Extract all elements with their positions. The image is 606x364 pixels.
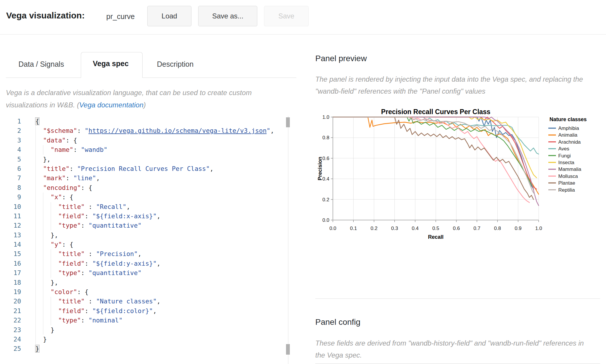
code-text: "field": "${field:color}", bbox=[35, 306, 157, 316]
code-line[interactable]: 13 }, bbox=[0, 231, 290, 240]
line-number: 3 bbox=[0, 136, 21, 145]
code-text: "title" : "Nature classes", bbox=[35, 297, 160, 306]
line-number: 17 bbox=[0, 268, 21, 278]
line-number: 2 bbox=[0, 126, 21, 135]
x-tick-label: 0.7 bbox=[473, 226, 480, 231]
y-tick-label: 1.0 bbox=[322, 114, 329, 120]
y-axis-title: Precision bbox=[317, 157, 323, 180]
code-text: }, bbox=[35, 155, 51, 164]
tab-description[interactable]: Description bbox=[157, 60, 194, 68]
save-as-button[interactable]: Save as... bbox=[198, 6, 257, 26]
series-line-insecta bbox=[333, 117, 537, 178]
code-line[interactable]: 12 "type": "quantitative" bbox=[0, 221, 290, 230]
line-number: 14 bbox=[0, 240, 21, 249]
x-axis-title: Recall bbox=[428, 234, 444, 240]
line-number: 12 bbox=[0, 221, 21, 230]
panel-config-divider bbox=[315, 363, 600, 364]
code-line[interactable]: 19 "color": { bbox=[0, 287, 290, 297]
y-tick-label: 0.6 bbox=[322, 156, 329, 161]
code-text: "title" : "Recall", bbox=[35, 202, 130, 212]
line-number: 7 bbox=[0, 174, 21, 183]
code-text: "type": "quantitative" bbox=[35, 268, 141, 278]
code-text: "x": { bbox=[35, 193, 73, 202]
line-number: 25 bbox=[0, 344, 21, 353]
vega-documentation-link[interactable]: Vega documentation bbox=[79, 101, 143, 109]
line-number: 23 bbox=[0, 325, 21, 335]
intro-text-after: ) bbox=[143, 101, 146, 109]
code-text: "title": "Precision Recall Curves Per Cl… bbox=[35, 164, 213, 174]
x-tick-label: 0.4 bbox=[412, 226, 419, 231]
code-line[interactable]: 6 "title": "Precision Recall Curves Per … bbox=[0, 164, 290, 174]
code-line[interactable]: 24 } bbox=[0, 335, 290, 344]
y-tick-label: 0.8 bbox=[322, 135, 329, 140]
code-text: { bbox=[35, 117, 39, 126]
code-text: "$schema": "https://vega.github.io/schem… bbox=[35, 126, 274, 135]
code-line[interactable]: 22 "type": "nominal" bbox=[0, 316, 290, 325]
line-number: 22 bbox=[0, 316, 21, 325]
code-line[interactable]: 11 "field": "${field:x-axis}", bbox=[0, 212, 290, 221]
y-tick-label: 0.4 bbox=[322, 176, 329, 182]
code-text: "field": "${field:x-axis}", bbox=[35, 212, 160, 221]
line-number: 4 bbox=[0, 145, 21, 154]
panel-config-description: These fields are derived from "wandb-his… bbox=[315, 337, 588, 361]
line-number: 1 bbox=[0, 117, 21, 126]
header-divider bbox=[0, 34, 606, 35]
line-number: 20 bbox=[0, 297, 21, 306]
code-line[interactable]: 10 "title" : "Recall", bbox=[0, 202, 290, 212]
code-line[interactable]: 17 "type": "quantitative" bbox=[0, 268, 290, 278]
line-number: 18 bbox=[0, 278, 21, 287]
x-tick-label: 0.1 bbox=[350, 226, 357, 231]
x-tick-label: 1.0 bbox=[535, 226, 542, 231]
code-line[interactable]: 9 "x": { bbox=[0, 193, 290, 202]
editor-scrollbar-track[interactable] bbox=[288, 116, 288, 364]
code-text: "y": { bbox=[35, 240, 73, 249]
legend-label-reptilia: Reptilia bbox=[558, 187, 575, 193]
vega-visualization-editor: Vega visualization: pr_curve Load Save a… bbox=[0, 0, 606, 364]
save-button[interactable]: Save bbox=[264, 6, 309, 26]
editor-scrollbar-thumb-bottom[interactable] bbox=[286, 344, 290, 355]
code-line[interactable]: 4 "name": "wandb" bbox=[0, 145, 290, 154]
code-line[interactable]: 16 "field": "${field:y-axis}", bbox=[0, 259, 290, 268]
code-line[interactable]: 2 "$schema": "https://vega.github.io/sch… bbox=[0, 126, 290, 135]
code-text: "title" : "Precision", bbox=[35, 249, 141, 259]
load-button[interactable]: Load bbox=[147, 6, 191, 26]
code-text: }, bbox=[35, 231, 58, 240]
panel-name: pr_curve bbox=[106, 12, 135, 21]
vega-intro-text: Vega is a declarative visualization lang… bbox=[6, 87, 266, 111]
code-text: "type": "quantitative" bbox=[35, 221, 141, 230]
legend-title: Nature classes bbox=[549, 116, 587, 122]
code-line[interactable]: 14 "y": { bbox=[0, 240, 290, 249]
code-line[interactable]: 7 "mark": "line", bbox=[0, 174, 290, 183]
legend-label-fungi: Fungi bbox=[558, 153, 571, 159]
legend-label-aves: Aves bbox=[558, 146, 569, 152]
tab-vega-spec[interactable]: Vega spec bbox=[93, 59, 129, 68]
code-line[interactable]: 20 "title" : "Nature classes", bbox=[0, 297, 290, 306]
code-line[interactable]: 25} bbox=[0, 344, 290, 353]
code-line[interactable]: 15 "title" : "Precision", bbox=[0, 249, 290, 259]
code-line[interactable]: 1{ bbox=[0, 117, 290, 126]
code-line[interactable]: 8 "encoding": { bbox=[0, 183, 290, 193]
editor-scrollbar-thumb-top[interactable] bbox=[286, 117, 290, 127]
legend-label-mammalia: Mammalia bbox=[558, 166, 581, 172]
vega-spec-editor[interactable]: 1{2 "$schema": "https://vega.github.io/s… bbox=[0, 117, 290, 364]
code-line[interactable]: 5 }, bbox=[0, 155, 290, 164]
code-line[interactable]: 18 }, bbox=[0, 278, 290, 287]
legend-label-animalia: Animalia bbox=[558, 132, 578, 138]
panel-preview-heading: Panel preview bbox=[315, 54, 367, 63]
code-line[interactable]: 21 "field": "${field:color}", bbox=[0, 306, 290, 316]
code-line[interactable]: 23 } bbox=[0, 325, 290, 335]
series-line-arachnida bbox=[333, 117, 537, 189]
tab-data-signals[interactable]: Data / Signals bbox=[18, 60, 64, 68]
x-tick-label: 0.8 bbox=[494, 226, 501, 231]
line-number: 11 bbox=[0, 212, 21, 221]
x-tick-label: 0.5 bbox=[432, 226, 439, 231]
x-tick-label: 0.0 bbox=[329, 226, 336, 231]
code-text: }, bbox=[35, 278, 58, 287]
code-line[interactable]: 3 "data": { bbox=[0, 136, 290, 145]
page-title: Vega visualization: bbox=[6, 11, 85, 20]
code-text: "type": "nominal" bbox=[35, 316, 123, 325]
legend-label-amphibia: Amphibia bbox=[558, 126, 579, 131]
line-number: 16 bbox=[0, 259, 21, 268]
pr-curve-chart: 0.00.10.20.30.40.50.60.70.80.91.00.00.20… bbox=[315, 103, 600, 243]
x-tick-label: 0.9 bbox=[515, 226, 522, 231]
